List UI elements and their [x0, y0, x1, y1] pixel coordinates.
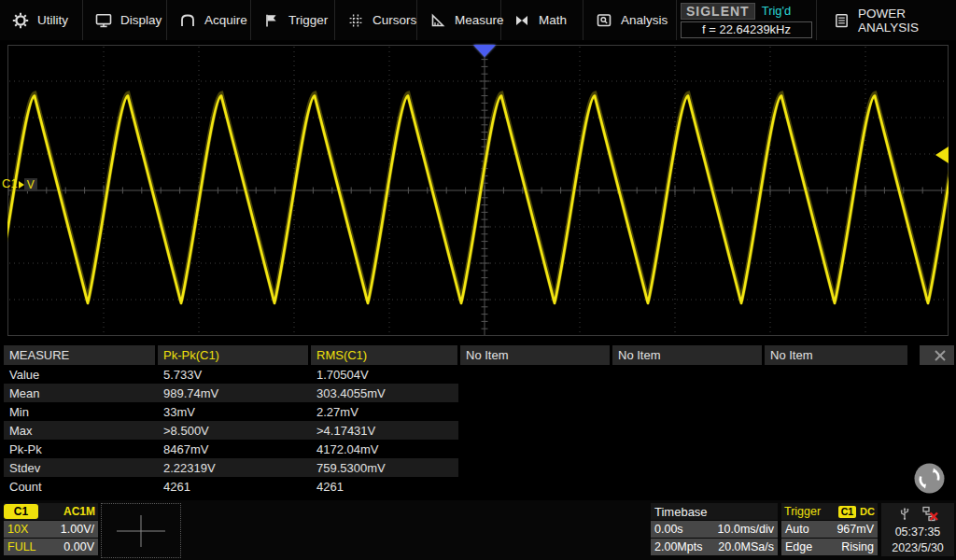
- menu-item-label: Trigger: [288, 13, 328, 27]
- frequency-counter: f = 22.64239kHz: [681, 21, 812, 38]
- trigger-slope: Rising: [841, 540, 874, 553]
- menu-item-label: Cursors: [373, 13, 416, 27]
- menu-item-acquire[interactable]: Acquire: [167, 0, 251, 40]
- menu-item-label: Display: [120, 13, 162, 27]
- menu-item-label: POWER ANALYSIS: [858, 7, 956, 35]
- volts-per-div: 1.00V/: [61, 523, 94, 536]
- clock-date: 2023/5/30: [892, 541, 944, 554]
- bottom-status-bar: C1 AC1M 10X 1.00V/ FULL 0.00V Timebase 0…: [0, 500, 956, 560]
- menu-item-label: Utility: [37, 13, 68, 27]
- row-value: 4172.04mV: [311, 442, 458, 456]
- measure-corner-cell: MEASURE: [4, 345, 155, 365]
- menu-item-measure[interactable]: Measure: [417, 0, 501, 40]
- row-label: Pk-Pk: [4, 442, 158, 456]
- row-value: 4261: [311, 480, 458, 494]
- time-per-div: 10.0ms/div: [718, 523, 774, 536]
- system-status-box[interactable]: 05:37:35 2023/5/30: [881, 503, 954, 556]
- bandwidth-limit: FULL: [7, 540, 36, 553]
- folder-search-icon: [596, 12, 612, 29]
- table-row: Count 4261 4261: [4, 477, 954, 496]
- trigger-type: Edge: [785, 540, 812, 553]
- close-icon: [933, 348, 948, 363]
- memory-depth: 2.00Mpts: [654, 540, 702, 553]
- row-value: 759.5300mV: [311, 461, 458, 475]
- clipboard-icon: [834, 12, 850, 29]
- channel-1-widget[interactable]: C1 AC1M 10X 1.00V/ FULL 0.00V: [4, 503, 98, 555]
- measure-table-header: MEASURE Pk-Pk(C1) RMS(C1) No Item No Ite…: [4, 345, 954, 365]
- row-value: 303.4055mV: [311, 386, 458, 400]
- row-value: >8.500V: [158, 424, 311, 438]
- table-row: Stdev 2.22319V 759.5300mV: [4, 458, 458, 477]
- menu-item-label: Measure: [455, 13, 504, 27]
- row-value: 2.27mV: [311, 405, 458, 419]
- probe-attenuation: 10X: [7, 523, 28, 536]
- measure-table: MEASURE Pk-Pk(C1) RMS(C1) No Item No Ite…: [4, 345, 954, 496]
- menu-item-trigger[interactable]: Trigger: [251, 0, 335, 40]
- row-label: Max: [4, 424, 158, 438]
- table-row: Pk-Pk 8467mV 4172.04mV: [4, 440, 954, 458]
- row-label: Value: [4, 368, 158, 382]
- measure-column-empty-2[interactable]: No Item: [612, 345, 762, 365]
- measure-column-rms[interactable]: RMS(C1): [311, 345, 457, 365]
- table-row: Mean 989.74mV 303.4055mV: [4, 384, 458, 402]
- trigger-coupling: DC: [860, 506, 875, 517]
- bowtie-icon: [513, 12, 530, 29]
- menu-item-label: Math: [539, 13, 567, 27]
- usb-icon: [897, 505, 912, 522]
- acquire-icon: [179, 12, 196, 29]
- channel-offset: 0.00V: [63, 540, 94, 553]
- crosshatch-icon: [347, 12, 364, 29]
- measure-column-pkpk[interactable]: Pk-Pk(C1): [158, 345, 308, 365]
- brand-block: SIGLENT Trig'd f = 22.64239kHz: [677, 0, 817, 40]
- trigger-source-badge: C1: [838, 506, 856, 518]
- flag-icon: [263, 12, 280, 29]
- menu-item-utility[interactable]: Utility: [0, 0, 83, 40]
- row-label: Stdev: [4, 461, 158, 475]
- channel-marker-unit: V: [24, 178, 37, 191]
- timebase-widget[interactable]: Timebase 0.00s 10.0ms/div 2.00Mpts 20.0M…: [651, 503, 778, 555]
- waveform-display[interactable]: [7, 45, 949, 336]
- channel-position-marker[interactable]: C1 V: [2, 175, 37, 191]
- measure-column-empty-3[interactable]: No Item: [765, 345, 907, 365]
- row-value: 2.22319V: [158, 461, 311, 475]
- menu-item-power-analysis[interactable]: POWER ANALYSIS: [817, 0, 956, 40]
- row-label: Min: [4, 405, 158, 419]
- row-value: 1.70504V: [311, 368, 458, 382]
- channel-badge[interactable]: C1: [4, 504, 38, 519]
- menu-item-display[interactable]: Display: [83, 0, 167, 40]
- top-menu-bar: Utility Display Acquire Trigger Cursors: [0, 0, 956, 40]
- menu-item-cursors[interactable]: Cursors: [335, 0, 417, 40]
- trigger-level: 967mV: [836, 523, 874, 536]
- row-value: 989.74mV: [158, 386, 311, 400]
- menu-item-analysis[interactable]: Analysis: [583, 0, 677, 40]
- measure-column-empty-1[interactable]: No Item: [460, 345, 610, 365]
- siglent-logo: SIGLENT: [681, 3, 755, 20]
- trigger-mode: Auto: [785, 523, 809, 536]
- menu-item-label: Analysis: [621, 13, 668, 27]
- table-row: Min 33mV 2.27mV: [4, 402, 954, 421]
- crosshair-icon: [102, 504, 180, 557]
- trigger-level-marker[interactable]: [935, 147, 949, 163]
- trigger-title: Trigger: [784, 505, 821, 518]
- timebase-delay: 0.00s: [654, 523, 683, 536]
- trigger-position-marker[interactable]: [473, 45, 496, 57]
- row-value: 4261: [158, 480, 311, 494]
- busy-spinner-icon: [913, 462, 946, 495]
- zoom-crosshair-box[interactable]: [101, 503, 181, 558]
- menu-item-label: Acquire: [204, 13, 247, 27]
- set-square-icon: [429, 12, 446, 29]
- sample-rate: 20.0MSa/s: [718, 540, 774, 553]
- lan-disconnected-icon: [921, 505, 938, 522]
- row-value: >4.17431V: [311, 424, 458, 438]
- menu-item-math[interactable]: Math: [501, 0, 583, 40]
- channel-coupling: AC1M: [63, 505, 98, 518]
- clock-time: 05:37:35: [895, 525, 941, 539]
- row-label: Count: [4, 480, 158, 494]
- timebase-title: Timebase: [654, 505, 708, 519]
- table-row: Max >8.500V >4.17431V: [4, 421, 458, 440]
- row-label: Mean: [4, 386, 158, 400]
- monitor-icon: [95, 12, 112, 29]
- row-value: 8467mV: [158, 442, 311, 456]
- close-measure-button[interactable]: [920, 345, 954, 365]
- trigger-widget[interactable]: Trigger C1 DC Auto 967mV Edge Rising: [781, 503, 878, 555]
